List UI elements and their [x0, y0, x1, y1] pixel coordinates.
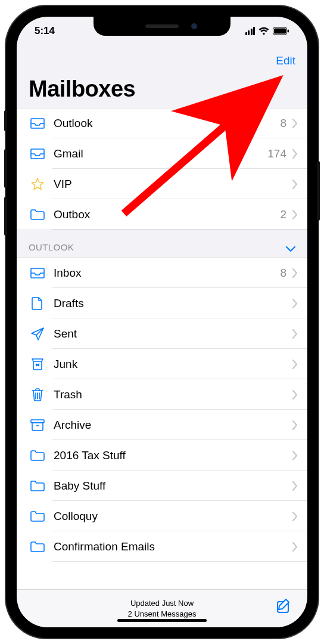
battery-icon — [273, 27, 289, 35]
sync-status: Updated Just Now 2 Unsent Messages — [128, 598, 197, 619]
folders-label: Confirmation Emails — [54, 540, 292, 553]
folders-label: Junk — [54, 358, 292, 371]
inbox-icon — [29, 148, 46, 160]
notch — [94, 17, 230, 36]
folder-icon — [29, 510, 46, 522]
folders-row[interactable]: 2016 Tax Stuff — [17, 440, 307, 470]
junk-icon — [29, 358, 46, 371]
folder-icon — [29, 480, 46, 492]
device-frame: 5:14 Edit Mailboxes Outlook8Gmail174VI — [6, 6, 318, 638]
status-line-1: Updated Just Now — [128, 598, 197, 609]
chevron-right-icon — [292, 119, 298, 128]
volume-up-button — [4, 149, 7, 188]
volume-down-button — [4, 197, 7, 236]
folders-row[interactable]: Inbox8 — [17, 258, 307, 288]
chevron-right-icon — [292, 481, 298, 491]
mailboxes-row[interactable]: VIP — [17, 169, 307, 199]
compose-button[interactable] — [275, 597, 293, 615]
doc-icon — [29, 296, 46, 311]
mailboxes-label: VIP — [54, 178, 292, 191]
mailboxes-count: 2 — [280, 208, 286, 221]
chevron-right-icon — [292, 420, 298, 430]
home-indicator[interactable] — [117, 619, 207, 622]
screen: 5:14 Edit Mailboxes Outlook8Gmail174VI — [17, 17, 307, 627]
folder-icon — [29, 541, 46, 553]
folder-icon — [29, 209, 46, 221]
folders-row[interactable]: Junk — [17, 349, 307, 379]
chevron-right-icon — [292, 390, 298, 400]
folders-label: Sent — [54, 327, 292, 340]
trash-icon — [29, 388, 46, 402]
star-icon — [29, 177, 46, 191]
wifi-icon — [258, 27, 269, 35]
edit-button[interactable]: Edit — [276, 54, 295, 67]
mailboxes-label: Gmail — [54, 147, 267, 160]
folders-row[interactable]: Baby Stuff — [17, 470, 307, 501]
mailboxes-row[interactable]: Outbox2 — [17, 199, 307, 230]
folder-icon — [29, 450, 46, 462]
folders-row[interactable]: Archive — [17, 410, 307, 440]
mailboxes-row[interactable]: Gmail174 — [17, 138, 307, 169]
mailboxes-row[interactable]: Outlook8 — [17, 108, 307, 138]
chevron-right-icon — [292, 268, 298, 278]
chevron-right-icon — [292, 149, 298, 159]
section-title: OUTLOOK — [29, 242, 74, 252]
chevron-right-icon — [292, 210, 298, 219]
chevron-down-icon[interactable] — [286, 246, 295, 252]
folders-label: Baby Stuff — [54, 479, 292, 493]
folders-row[interactable]: Sent — [17, 318, 307, 349]
mailboxes-label: Outbox — [54, 208, 280, 221]
folders-row[interactable]: Confirmation Emails — [17, 531, 307, 562]
folders-row[interactable]: Colloquy — [17, 501, 307, 531]
svg-rect-1 — [274, 29, 286, 34]
folders-label: Colloquy — [54, 510, 292, 523]
inbox-icon — [29, 117, 46, 129]
chevron-right-icon — [292, 179, 298, 189]
mailboxes-count: 8 — [280, 117, 286, 130]
inbox-icon — [29, 267, 46, 279]
folders-count: 8 — [280, 267, 286, 280]
folders-row[interactable]: Drafts — [17, 288, 307, 318]
chevron-right-icon — [292, 451, 298, 460]
power-button — [317, 161, 320, 221]
nav-header: Edit Mailboxes — [17, 45, 307, 108]
chevron-right-icon — [292, 542, 298, 552]
send-icon — [29, 327, 46, 341]
section-header-outlook[interactable]: OUTLOOK — [17, 230, 307, 258]
archive-icon — [29, 419, 46, 432]
page-title: Mailboxes — [29, 76, 295, 102]
mailboxes-label: Outlook — [54, 117, 280, 130]
folders-row[interactable]: Trash — [17, 379, 307, 410]
status-line-2: 2 Unsent Messages — [128, 609, 197, 620]
folders-label: Drafts — [54, 297, 292, 310]
cellular-icon — [245, 27, 256, 35]
chevron-right-icon — [292, 299, 298, 308]
side-button — [4, 110, 7, 131]
folders-label: Trash — [54, 388, 292, 401]
mailbox-list: Outlook8Gmail174VIPOutbox2 OUTLOOK Inbox… — [17, 108, 307, 589]
chevron-right-icon — [292, 512, 298, 521]
folders-label: 2016 Tax Stuff — [54, 449, 292, 462]
chevron-right-icon — [292, 329, 298, 339]
status-time: 5:14 — [35, 25, 55, 37]
folders-label: Inbox — [54, 267, 280, 280]
folders-label: Archive — [54, 419, 292, 432]
chevron-right-icon — [292, 360, 298, 369]
svg-rect-2 — [288, 30, 289, 33]
mailboxes-count: 174 — [267, 147, 286, 160]
